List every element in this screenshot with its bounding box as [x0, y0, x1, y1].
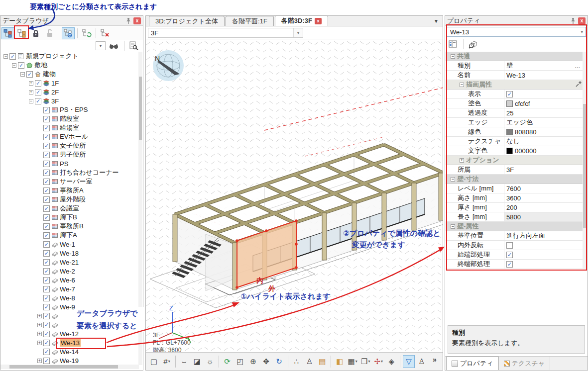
tree-expander-icon[interactable]: −	[3, 54, 8, 59]
tree-item-給湯室[interactable]: ✓給湯室	[0, 123, 139, 132]
tree-checkbox[interactable]: ✓	[43, 331, 50, 337]
overflow-icon[interactable]: »	[429, 353, 441, 366]
tree-checkbox[interactable]: ✓	[35, 89, 41, 95]
property-row-内外反転[interactable]: 内外反転	[446, 241, 587, 250]
view-cube-icon[interactable]: ❒▾	[359, 355, 371, 368]
classify-by-object-icon[interactable]	[1, 27, 14, 39]
tree-item-新規プロジェクト[interactable]: −✓新規プロジェクト	[0, 52, 139, 61]
property-group-壁-寸法[interactable]: −壁-寸法	[446, 175, 587, 184]
section-flip-icon[interactable]: ◈	[385, 355, 397, 368]
zoom-icon[interactable]: ⊕	[247, 355, 259, 368]
close-icon[interactable]: x	[133, 17, 141, 24]
property-group-壁-属性[interactable]: −壁-属性	[446, 222, 587, 231]
property-row-表示[interactable]: 表示✓	[446, 90, 587, 99]
eyedropper-icon[interactable]	[575, 81, 582, 89]
pin-grid-icon[interactable]: #▾	[161, 355, 173, 368]
property-checkbox[interactable]: ✓	[506, 91, 513, 97]
tree-item-EVホール[interactable]: ✓EVホール	[0, 132, 139, 141]
camera-view-icon[interactable]: ♙	[416, 355, 428, 368]
tree-checkbox[interactable]: ✓	[43, 214, 50, 221]
tree-checkbox[interactable]: ✓	[18, 62, 24, 69]
tree-checkbox[interactable]: ✓	[43, 152, 50, 158]
chevron-down-icon[interactable]: ▾	[293, 28, 303, 37]
tree-checkbox[interactable]: ✓	[43, 170, 50, 176]
tree-checkbox[interactable]: ✓	[43, 116, 50, 122]
tree-item-1F[interactable]: +✓1F	[0, 79, 139, 88]
tree-item-We-2[interactable]: ✓We-2	[0, 267, 139, 276]
tree-checkbox[interactable]: ✓	[26, 71, 33, 78]
tree-checkbox[interactable]: ✓	[43, 107, 50, 113]
property-checkbox[interactable]: ✓	[506, 261, 513, 268]
group-expander-icon[interactable]: −	[451, 177, 455, 182]
tree-checkbox[interactable]: ✓	[43, 125, 50, 131]
tree-checkbox[interactable]: ✓	[43, 250, 50, 257]
tree-expander-icon[interactable]: −	[12, 63, 16, 68]
color-swatch[interactable]	[506, 148, 513, 154]
tree-expander-icon[interactable]: +	[37, 359, 42, 363]
tree-checkbox[interactable]: ✓	[43, 304, 50, 310]
tree-checkbox[interactable]: ✓	[43, 196, 50, 203]
tab-3d-3f[interactable]: 各階3D:3Fx	[275, 15, 328, 26]
tree-item-事務所B[interactable]: ✓事務所B	[0, 222, 139, 231]
property-row-テクスチャ[interactable]: テクスチャなし	[446, 137, 587, 146]
pan-icon[interactable]: ✥	[260, 355, 272, 368]
close-icon[interactable]: x	[578, 17, 586, 24]
color-swatch[interactable]	[506, 129, 513, 135]
fit-view-icon[interactable]: ◰	[235, 355, 246, 368]
tree-checkbox[interactable]: ✓	[43, 349, 50, 355]
property-checkbox[interactable]	[506, 242, 513, 249]
tab-texture[interactable]: テクスチャ	[499, 357, 551, 370]
tree-expander-icon[interactable]: +	[37, 323, 42, 327]
tree-checkbox[interactable]: ✓	[43, 241, 50, 248]
tree-checkbox[interactable]: ✓	[43, 313, 50, 319]
tree-checkbox[interactable]: ✓	[43, 277, 50, 283]
tree-checkbox[interactable]: ✓	[35, 80, 41, 87]
tree-item-サーバー室[interactable]: ✓サーバー室	[0, 177, 139, 186]
tree-item-廊下B[interactable]: ✓廊下B	[0, 213, 139, 222]
tree-expander-icon[interactable]: +	[29, 90, 33, 94]
tree-checkbox[interactable]: ✓	[43, 295, 50, 301]
tree-expander-icon[interactable]: +	[37, 341, 42, 345]
more-button[interactable]: ...	[575, 62, 580, 70]
tree-expander-icon[interactable]: −	[20, 72, 25, 77]
property-row-厚さ [mm][interactable]: 厚さ [mm]200	[446, 203, 587, 212]
tree-expander-icon[interactable]: −	[29, 99, 33, 103]
tree-item-打ち合わせコーナー[interactable]: ✓打ち合わせコーナー	[0, 168, 139, 177]
tree-checkbox[interactable]: ✓	[43, 286, 50, 292]
clear-filter-icon[interactable]	[99, 27, 112, 39]
tree-item-PS・EPS[interactable]: ✓PS・EPS	[0, 105, 139, 114]
tree-item-2F[interactable]: +✓2F	[0, 88, 139, 96]
tree-checkbox[interactable]: ✓	[43, 358, 50, 364]
property-row-透過度[interactable]: 透過度25	[446, 108, 587, 118]
pin-icon[interactable]	[570, 17, 577, 24]
show-elements-icon[interactable]: ☼	[204, 355, 216, 368]
property-row-始端部処理[interactable]: 始端部処理✓	[446, 250, 587, 260]
refresh-tree-icon[interactable]	[80, 27, 93, 39]
layout-icon[interactable]: ◧	[334, 355, 346, 368]
tree-checkbox[interactable]: ✓	[43, 179, 50, 185]
tree-item-階段室[interactable]: ✓階段室	[0, 114, 139, 123]
group-expander-icon[interactable]: −	[451, 224, 455, 229]
tree-item-会議室[interactable]: ✓会議室	[0, 204, 139, 213]
tab-close-icon[interactable]: x	[315, 18, 322, 24]
tree-item-建物[interactable]: −✓建物	[0, 70, 139, 79]
tree-checkbox[interactable]: ✓	[43, 187, 50, 194]
group-expander-icon[interactable]: +	[460, 158, 464, 163]
tree-checkbox[interactable]: ✓	[43, 143, 50, 149]
tree-checkbox[interactable]: ✓	[43, 259, 50, 266]
property-checkbox[interactable]: ✓	[506, 252, 513, 258]
classify-by-type-icon[interactable]	[15, 27, 28, 39]
walkthrough-icon[interactable]: ∴	[290, 355, 302, 368]
tree-item-We-18[interactable]: ✓We-18	[0, 249, 139, 258]
tree-checkbox[interactable]: ✓	[43, 322, 50, 328]
axis-display-icon[interactable]: ✢▾	[372, 355, 384, 368]
contrast-display-icon[interactable]: ◪	[191, 355, 203, 368]
tree-checkbox[interactable]: ✓	[9, 53, 16, 60]
property-row-名前[interactable]: 名前We-13	[446, 71, 587, 80]
property-list-icon[interactable]	[447, 38, 460, 50]
property-row-終端部処理[interactable]: 終端部処理✓	[446, 260, 587, 269]
property-row-レベル [mm][interactable]: レベル [mm]7600	[446, 184, 587, 193]
tab-properties[interactable]: プロパティ	[446, 357, 499, 370]
color-swatch[interactable]	[506, 100, 513, 107]
property-row-所属[interactable]: 所属3F	[446, 165, 587, 175]
